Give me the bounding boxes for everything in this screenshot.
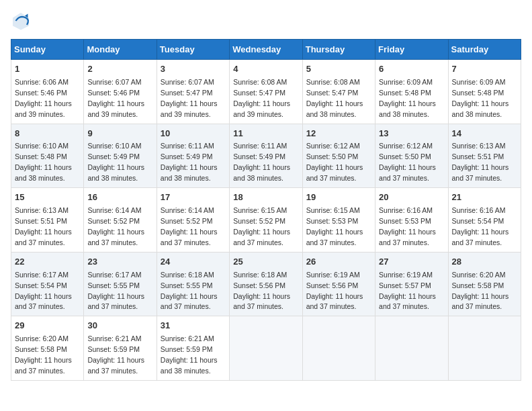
day-info: Sunrise: 6:07 AMSunset: 5:47 PMDaylight:…: [161, 78, 218, 118]
calendar-cell: 23 Sunrise: 6:17 AMSunset: 5:55 PMDaylig…: [84, 252, 157, 316]
calendar-cell: 29 Sunrise: 6:20 AMSunset: 5:58 PMDaylig…: [11, 316, 84, 381]
calendar-week-2: 8 Sunrise: 6:10 AMSunset: 5:48 PMDayligh…: [11, 124, 521, 188]
day-number: 10: [161, 128, 226, 140]
calendar-cell: 30 Sunrise: 6:21 AMSunset: 5:59 PMDaylig…: [84, 316, 157, 381]
day-info: Sunrise: 6:14 AMSunset: 5:52 PMDaylight:…: [161, 206, 218, 246]
calendar-cell: 4 Sunrise: 6:08 AMSunset: 5:47 PMDayligh…: [230, 60, 302, 124]
calendar-cell: 26 Sunrise: 6:19 AMSunset: 5:56 PMDaylig…: [302, 252, 375, 316]
day-info: Sunrise: 6:14 AMSunset: 5:52 PMDaylight:…: [87, 206, 144, 246]
calendar-week-4: 22 Sunrise: 6:17 AMSunset: 5:54 PMDaylig…: [11, 252, 521, 316]
calendar-cell: [448, 316, 521, 381]
col-header-tuesday: Tuesday: [157, 40, 229, 60]
calendar-cell: 5 Sunrise: 6:08 AMSunset: 5:47 PMDayligh…: [302, 60, 375, 124]
day-info: Sunrise: 6:12 AMSunset: 5:50 PMDaylight:…: [379, 142, 436, 182]
day-number: 24: [161, 256, 226, 269]
day-number: 16: [87, 191, 152, 204]
day-info: Sunrise: 6:15 AMSunset: 5:53 PMDaylight:…: [306, 206, 363, 246]
col-header-thursday: Thursday: [302, 40, 375, 60]
calendar-cell: 25 Sunrise: 6:18 AMSunset: 5:56 PMDaylig…: [230, 252, 302, 316]
calendar-cell: 21 Sunrise: 6:16 AMSunset: 5:54 PMDaylig…: [448, 188, 521, 253]
day-number: 21: [452, 191, 517, 204]
calendar-table: SundayMondayTuesdayWednesdayThursdayFrid…: [11, 39, 521, 381]
day-info: Sunrise: 6:07 AMSunset: 5:46 PMDaylight:…: [87, 78, 144, 118]
calendar-cell: 28 Sunrise: 6:20 AMSunset: 5:58 PMDaylig…: [448, 252, 521, 316]
calendar-cell: 27 Sunrise: 6:19 AMSunset: 5:57 PMDaylig…: [375, 252, 448, 316]
calendar-cell: 9 Sunrise: 6:10 AMSunset: 5:49 PMDayligh…: [84, 124, 157, 188]
day-number: 19: [306, 191, 371, 204]
day-info: Sunrise: 6:11 AMSunset: 5:49 PMDaylight:…: [161, 142, 218, 182]
calendar-cell: 3 Sunrise: 6:07 AMSunset: 5:47 PMDayligh…: [157, 60, 229, 124]
day-info: Sunrise: 6:06 AMSunset: 5:46 PMDaylight:…: [15, 78, 72, 118]
day-number: 27: [379, 256, 444, 269]
col-header-sunday: Sunday: [11, 40, 84, 60]
calendar-cell: 22 Sunrise: 6:17 AMSunset: 5:54 PMDaylig…: [11, 252, 84, 316]
day-number: 13: [379, 128, 444, 140]
col-header-saturday: Saturday: [448, 40, 521, 60]
calendar-cell: 19 Sunrise: 6:15 AMSunset: 5:53 PMDaylig…: [302, 188, 375, 253]
day-info: Sunrise: 6:08 AMSunset: 5:47 PMDaylight:…: [306, 78, 363, 118]
calendar-cell: 31 Sunrise: 6:21 AMSunset: 5:59 PMDaylig…: [157, 316, 229, 381]
col-header-wednesday: Wednesday: [230, 40, 302, 60]
day-info: Sunrise: 6:21 AMSunset: 5:59 PMDaylight:…: [161, 334, 218, 375]
day-info: Sunrise: 6:17 AMSunset: 5:55 PMDaylight:…: [87, 271, 144, 311]
day-number: 29: [15, 320, 80, 332]
day-number: 25: [233, 256, 298, 269]
day-info: Sunrise: 6:11 AMSunset: 5:49 PMDaylight:…: [233, 142, 290, 182]
day-number: 23: [87, 256, 152, 269]
day-info: Sunrise: 6:08 AMSunset: 5:47 PMDaylight:…: [233, 78, 290, 118]
calendar-cell: 2 Sunrise: 6:07 AMSunset: 5:46 PMDayligh…: [84, 60, 157, 124]
calendar-cell: 16 Sunrise: 6:14 AMSunset: 5:52 PMDaylig…: [84, 188, 157, 253]
day-number: 3: [161, 63, 226, 76]
calendar-cell: 14 Sunrise: 6:13 AMSunset: 5:51 PMDaylig…: [448, 124, 521, 188]
day-number: 17: [161, 191, 226, 204]
calendar-cell: 18 Sunrise: 6:15 AMSunset: 5:52 PMDaylig…: [230, 188, 302, 253]
day-number: 22: [15, 256, 80, 269]
calendar-cell: 11 Sunrise: 6:11 AMSunset: 5:49 PMDaylig…: [230, 124, 302, 188]
day-info: Sunrise: 6:20 AMSunset: 5:58 PMDaylight:…: [452, 271, 509, 311]
day-info: Sunrise: 6:12 AMSunset: 5:50 PMDaylight:…: [306, 142, 363, 182]
day-number: 7: [452, 63, 517, 76]
page-header: [11, 11, 521, 31]
day-number: 9: [87, 128, 152, 140]
day-number: 1: [15, 63, 80, 76]
day-number: 20: [379, 191, 444, 204]
calendar-week-3: 15 Sunrise: 6:13 AMSunset: 5:51 PMDaylig…: [11, 188, 521, 253]
day-info: Sunrise: 6:13 AMSunset: 5:51 PMDaylight:…: [15, 206, 72, 246]
day-number: 2: [87, 63, 152, 76]
calendar-cell: 13 Sunrise: 6:12 AMSunset: 5:50 PMDaylig…: [375, 124, 448, 188]
day-info: Sunrise: 6:10 AMSunset: 5:49 PMDaylight:…: [87, 142, 144, 182]
calendar-header-row: SundayMondayTuesdayWednesdayThursdayFrid…: [11, 40, 521, 60]
day-info: Sunrise: 6:20 AMSunset: 5:58 PMDaylight:…: [15, 334, 72, 375]
day-info: Sunrise: 6:13 AMSunset: 5:51 PMDaylight:…: [452, 142, 509, 182]
calendar-cell: 10 Sunrise: 6:11 AMSunset: 5:49 PMDaylig…: [157, 124, 229, 188]
day-info: Sunrise: 6:10 AMSunset: 5:48 PMDaylight:…: [15, 142, 72, 182]
day-number: 30: [87, 320, 152, 332]
calendar-cell: [375, 316, 448, 381]
calendar-cell: 1 Sunrise: 6:06 AMSunset: 5:46 PMDayligh…: [11, 60, 84, 124]
calendar-cell: 6 Sunrise: 6:09 AMSunset: 5:48 PMDayligh…: [375, 60, 448, 124]
day-info: Sunrise: 6:16 AMSunset: 5:53 PMDaylight:…: [379, 206, 436, 246]
day-info: Sunrise: 6:16 AMSunset: 5:54 PMDaylight:…: [452, 206, 509, 246]
day-number: 8: [15, 128, 80, 140]
calendar-cell: [302, 316, 375, 381]
day-number: 14: [452, 128, 517, 140]
calendar-week-1: 1 Sunrise: 6:06 AMSunset: 5:46 PMDayligh…: [11, 60, 521, 124]
day-info: Sunrise: 6:18 AMSunset: 5:55 PMDaylight:…: [161, 271, 218, 311]
day-number: 15: [15, 191, 80, 204]
day-number: 28: [452, 256, 517, 269]
day-info: Sunrise: 6:09 AMSunset: 5:48 PMDaylight:…: [452, 78, 509, 118]
day-number: 26: [306, 256, 371, 269]
day-number: 31: [161, 320, 226, 332]
day-info: Sunrise: 6:19 AMSunset: 5:57 PMDaylight:…: [379, 271, 436, 311]
day-number: 6: [379, 63, 444, 76]
logo: [11, 11, 35, 31]
calendar-cell: 7 Sunrise: 6:09 AMSunset: 5:48 PMDayligh…: [448, 60, 521, 124]
day-number: 11: [233, 128, 298, 140]
day-number: 5: [306, 63, 371, 76]
calendar-cell: 8 Sunrise: 6:10 AMSunset: 5:48 PMDayligh…: [11, 124, 84, 188]
day-number: 18: [233, 191, 298, 204]
day-info: Sunrise: 6:15 AMSunset: 5:52 PMDaylight:…: [233, 206, 290, 246]
day-info: Sunrise: 6:18 AMSunset: 5:56 PMDaylight:…: [233, 271, 290, 311]
calendar-cell: [230, 316, 302, 381]
col-header-monday: Monday: [84, 40, 157, 60]
